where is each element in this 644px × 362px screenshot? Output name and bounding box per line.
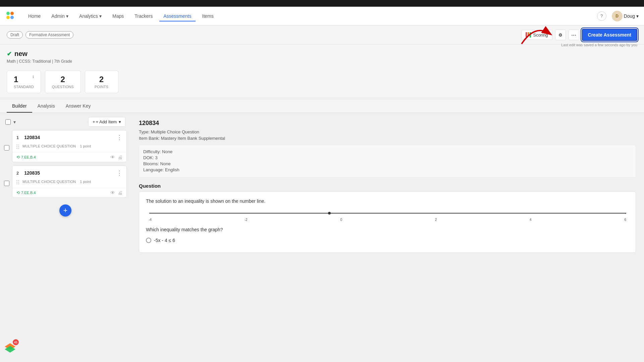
user-name: Doug	[624, 13, 635, 19]
notification-badge: 41	[13, 339, 19, 345]
item-2-standard: ⟲ 7.EE.B.4	[16, 190, 36, 195]
item-1-number: 1	[16, 135, 19, 140]
item-2-type: MULTIPLE CHOICE QUESTION	[22, 180, 76, 184]
item-1-footer: ⟲ 7.EE.B.4 👁 🖨	[12, 152, 126, 162]
logo[interactable]	[5, 11, 16, 21]
standard-icon-2: ⟲	[16, 190, 20, 195]
svg-point-2	[6, 16, 10, 19]
eye-icon-2: 👁	[110, 190, 115, 195]
assessment-meta: Math | CCSS: Traditional | 7th Grade	[7, 59, 637, 64]
create-assessment-button[interactable]: Create Assessment	[582, 29, 637, 41]
item-2-drag-handle[interactable]	[16, 179, 19, 184]
nav-item-items[interactable]: Items	[198, 11, 218, 21]
item-2-body: MULTIPLE CHOICE QUESTION 1 point	[12, 179, 126, 188]
nav-item-maps[interactable]: Maps	[108, 11, 128, 21]
item-1-standard: ⟲ 7.EE.B.4	[16, 155, 36, 160]
more-options-button[interactable]: ···	[569, 29, 579, 40]
page-header-right: Scoring ⚙ ··· Create Assessment Last edi…	[521, 29, 637, 41]
item-card-2[interactable]: 2 120835 ⋮ MULTIPLE CHOICE QUESTION	[12, 166, 127, 198]
main-content: ▾ + + Add Item ▾ 1 120834 ⋮	[0, 113, 644, 362]
item-1-checkbox[interactable]	[4, 145, 9, 150]
stat-questions: 2 QUESTIONS	[45, 70, 81, 93]
nav-item-assessments[interactable]: Assessments	[159, 11, 195, 21]
formative-badge[interactable]: Formative Assessment	[25, 31, 73, 39]
item-2-checkbox[interactable]	[4, 181, 9, 186]
nav-item-admin[interactable]: Admin ▾	[47, 11, 72, 21]
eye-icon: 👁	[110, 155, 115, 160]
svg-point-0	[6, 12, 10, 15]
plus-circle-icon: +	[63, 206, 68, 215]
scoring-button[interactable]: Scoring	[521, 30, 552, 40]
tab-builder[interactable]: Builder	[7, 100, 32, 113]
user-avatar: D	[612, 11, 623, 21]
number-line-labels: -4 -2 0 2 4 6	[146, 218, 629, 222]
print-icon-2: 🖨	[118, 190, 122, 195]
bottom-left-icon[interactable]: 41	[3, 341, 17, 355]
tab-analysis[interactable]: Analysis	[32, 100, 60, 113]
item-2-more-icon: ⋮	[116, 170, 122, 176]
info-icon[interactable]: ℹ	[33, 75, 34, 79]
question-section-title: Question	[139, 183, 636, 189]
user-menu[interactable]: D Doug ▾	[612, 11, 639, 21]
collapse-button[interactable]: ▾	[13, 119, 16, 125]
assessment-title: ✔ new	[7, 50, 637, 58]
chevron-down-icon: ▾	[13, 119, 16, 125]
help-button[interactable]: ?	[597, 11, 606, 21]
arrow-right-icon: →	[622, 210, 627, 216]
detail-difficulty: Difficulty: None	[143, 149, 632, 154]
item-2-points: 1 point	[80, 180, 91, 184]
assessment-name: new	[14, 50, 28, 58]
item-1-type: MULTIPLE CHOICE QUESTION	[22, 144, 76, 148]
item-1-id: 120834	[24, 135, 40, 140]
item-1-details: MULTIPLE CHOICE QUESTION 1 point	[22, 143, 122, 149]
answer-option-1[interactable]: -5x - 4 ≤ 6	[146, 238, 629, 243]
nav-item-home[interactable]: Home	[24, 11, 45, 21]
user-chevron-icon: ▾	[636, 13, 639, 19]
ellipsis-icon: ···	[571, 32, 576, 39]
assessment-info: ✔ new Math | CCSS: Traditional | 7th Gra…	[0, 45, 644, 66]
question-text: The solution to an inequality is shown o…	[146, 198, 629, 204]
item-1-more-button[interactable]: ⋮	[116, 134, 122, 141]
assessment-tabs: Builder Analysis Answer Key	[0, 100, 644, 113]
svg-point-1	[10, 12, 14, 15]
nav-item-analytics[interactable]: Analytics ▾	[75, 11, 106, 21]
page-header: Draft Formative Assessment Scoring ⚙ ···	[0, 25, 644, 45]
toolbar-row: ▾ + + Add Item ▾	[4, 117, 127, 127]
add-item-circle-button[interactable]: +	[59, 204, 71, 217]
stat-points: 2 POINTS	[85, 70, 118, 93]
item-1-drag-handle[interactable]	[16, 143, 19, 149]
number-line-segment	[329, 213, 626, 214]
tab-answer-key[interactable]: Answer Key	[60, 100, 96, 113]
gear-icon: ⚙	[558, 33, 562, 38]
item-1-print-button[interactable]: 🖨	[118, 155, 122, 160]
settings-button[interactable]: ⚙	[555, 29, 566, 40]
item-1-preview-button[interactable]: 👁	[110, 155, 115, 160]
chevron-down-icon: ▾	[99, 13, 102, 19]
item-2-print-button[interactable]: 🖨	[118, 190, 122, 195]
last-edit-text: Last edit was saved a few seconds ago by…	[561, 43, 637, 47]
answer-text-1: -5x - 4 ≤ 6	[154, 238, 175, 243]
item-2-actions: 👁 🖨	[110, 190, 122, 195]
detail-metadata-box: Difficulty: None DOK: 3 Blooms: None Lan…	[139, 145, 636, 178]
right-panel: 120834 Type: Multiple Choice Question It…	[131, 113, 644, 362]
item-1-actions: 👁 🖨	[110, 155, 122, 160]
select-all-checkbox[interactable]	[5, 119, 11, 125]
item-1-points: 1 point	[80, 144, 91, 148]
radio-icon-1	[146, 238, 151, 243]
left-panel: ▾ + + Add Item ▾ 1 120834 ⋮	[0, 113, 131, 362]
item-2-more-button[interactable]: ⋮	[116, 169, 122, 177]
item-2-footer: ⟲ 7.EE.B.4 👁 🖨	[12, 188, 126, 197]
plus-icon: +	[93, 119, 95, 124]
item-2-preview-button[interactable]: 👁	[110, 190, 115, 195]
item-card-1[interactable]: 1 120834 ⋮ MULTIPLE CHOICE QUESTION	[12, 130, 127, 162]
nav-item-trackers[interactable]: Trackers	[130, 11, 157, 21]
item-2-number: 2	[16, 171, 19, 176]
nav-items: Home Admin ▾ Analytics ▾ Maps Trackers A…	[24, 11, 597, 21]
detail-blooms: Blooms: None	[143, 161, 632, 166]
item-2-wrapper: 2 120835 ⋮ MULTIPLE CHOICE QUESTION	[4, 166, 127, 201]
draft-badge[interactable]: Draft	[7, 31, 23, 39]
detail-type: Type: Multiple Choice Question	[139, 129, 636, 134]
question-box: The solution to an inequality is shown o…	[139, 191, 636, 253]
item-2-header: 2 120835 ⋮	[12, 166, 126, 179]
add-item-button[interactable]: + + Add Item ▾	[88, 117, 125, 127]
